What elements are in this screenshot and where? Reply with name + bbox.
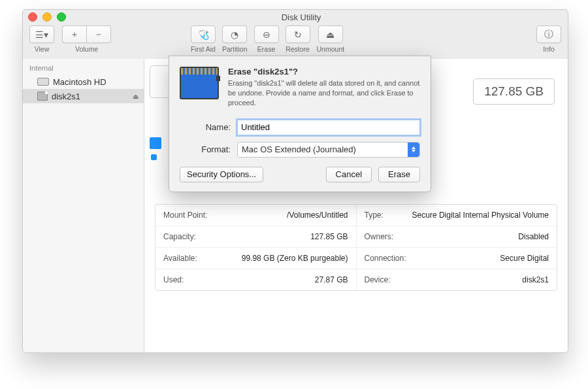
- sidebar-item-label: disk2s1: [52, 92, 80, 101]
- erase-icon: ⊖: [263, 29, 270, 40]
- erase-title: Erase "disk2s1"?: [228, 67, 420, 76]
- toolbar: ☰▾ View ＋ － Volume 🩺 First Aid ◔ Partiti…: [23, 24, 568, 60]
- cancel-button[interactable]: Cancel: [326, 167, 372, 182]
- hard-disk-icon: [37, 78, 49, 86]
- titlebar: Disk Utility: [23, 10, 568, 24]
- sidebar-item-label: Macintosh HD: [53, 77, 106, 87]
- partition-button[interactable]: ◔: [222, 25, 247, 43]
- format-select[interactable]: Mac OS Extended (Journaled): [237, 142, 420, 158]
- table-row: Device:disk2s1: [357, 269, 557, 290]
- sidebar-icon: ☰▾: [35, 29, 48, 40]
- sidebar-item-disk2s1[interactable]: disk2s1 ⏏: [23, 89, 144, 103]
- eject-icon[interactable]: ⏏: [133, 93, 139, 100]
- first-aid-button[interactable]: 🩺: [191, 25, 216, 43]
- first-aid-label: First Aid: [191, 45, 216, 53]
- volume-details-table: Mount Point:/Volumes/Untitled Type:Secur…: [155, 204, 557, 291]
- table-row: Capacity:127.85 GB: [155, 226, 357, 248]
- table-row: Connection:Secure Digital: [357, 248, 557, 269]
- security-options-button[interactable]: Security Options...: [180, 167, 263, 182]
- partition-label: Partition: [222, 45, 248, 53]
- usage-bar: [150, 137, 161, 149]
- sd-card-large-icon: [180, 67, 219, 99]
- partition-icon: ◔: [231, 29, 238, 40]
- plus-icon: ＋: [70, 29, 79, 41]
- volume-label: Volume: [75, 45, 98, 53]
- table-row: Type:Secure Digital Internal Physical Vo…: [357, 205, 557, 226]
- info-label: Info: [543, 45, 555, 53]
- restore-button[interactable]: ↻: [286, 25, 310, 43]
- table-row: Owners:Disabled: [357, 226, 557, 248]
- erase-sheet: Erase "disk2s1"? Erasing "disk2s1" will …: [169, 56, 431, 192]
- info-icon: ⓘ: [544, 29, 553, 41]
- minus-icon: －: [94, 29, 103, 41]
- erase-button[interactable]: ⊖: [254, 25, 279, 43]
- capacity-badge: 127.85 GB: [473, 78, 555, 105]
- view-button[interactable]: ☰▾: [29, 25, 54, 43]
- sidebar: Internal Macintosh HD disk2s1 ⏏: [23, 59, 144, 352]
- name-input[interactable]: [237, 120, 420, 135]
- erase-confirm-button[interactable]: Erase: [378, 167, 420, 182]
- close-window-button[interactable]: [28, 12, 37, 22]
- minimize-window-button[interactable]: [42, 12, 52, 22]
- sidebar-header: Internal: [23, 63, 144, 75]
- table-row: Mount Point:/Volumes/Untitled: [155, 205, 357, 226]
- usage-legend-dot: [151, 154, 157, 160]
- zoom-window-button[interactable]: [57, 12, 66, 22]
- unmount-button[interactable]: ⏏: [318, 25, 343, 43]
- restore-label: Restore: [286, 45, 310, 53]
- volume-add-button[interactable]: ＋: [62, 25, 86, 43]
- erase-label: Erase: [257, 45, 275, 53]
- sd-card-icon: [37, 92, 48, 101]
- format-label: Format:: [180, 144, 237, 154]
- first-aid-icon: 🩺: [198, 29, 209, 40]
- volume-remove-button[interactable]: －: [86, 25, 111, 43]
- eject-icon: ⏏: [326, 29, 335, 40]
- table-row: Used:27.87 GB: [155, 269, 357, 290]
- sidebar-item-macintosh-hd[interactable]: Macintosh HD: [23, 75, 144, 89]
- info-button[interactable]: ⓘ: [536, 25, 561, 43]
- restore-icon: ↻: [294, 29, 302, 40]
- unmount-label: Unmount: [317, 45, 345, 53]
- window-title: Disk Utility: [71, 12, 531, 22]
- window-controls: [28, 12, 66, 22]
- name-label: Name:: [180, 122, 237, 132]
- view-label: View: [35, 45, 50, 53]
- table-row: Available:99.98 GB (Zero KB purgeable): [155, 248, 357, 269]
- erase-description: Erasing "disk2s1" will delete all data s…: [228, 78, 420, 108]
- chevron-updown-icon: [408, 143, 419, 157]
- format-value: Mac OS Extended (Journaled): [242, 144, 356, 154]
